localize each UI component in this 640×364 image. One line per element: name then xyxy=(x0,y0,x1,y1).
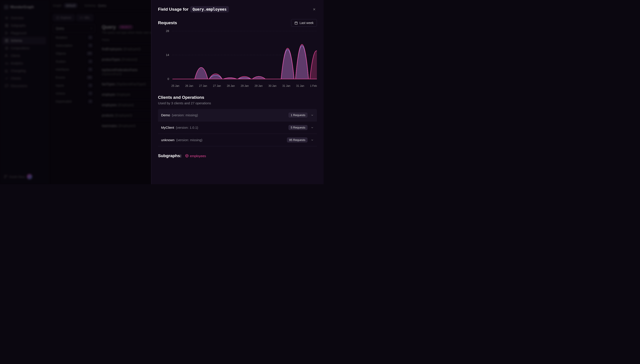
client-row[interactable]: MyClient (version: 1.0.1)5 Requests xyxy=(158,122,317,134)
y-tick-0: 0 xyxy=(158,77,169,80)
x-tick: 27 Jan xyxy=(199,84,207,88)
x-tick: 30 Jan xyxy=(269,84,276,88)
client-row[interactable]: Demo (version: missing)1 Requests xyxy=(158,109,317,122)
subgraphs-label: Subgraphs: xyxy=(158,153,181,158)
time-range-button[interactable]: Last week xyxy=(291,19,317,27)
x-tick: 26 Jan xyxy=(185,84,193,88)
calendar-icon xyxy=(294,21,298,25)
close-button[interactable] xyxy=(312,7,317,12)
y-tick-14: 14 xyxy=(158,53,169,56)
close-icon xyxy=(312,8,316,11)
chevron-down-icon xyxy=(311,138,314,142)
chart-series xyxy=(172,46,316,79)
requests-badge: 1 Requests xyxy=(288,112,308,118)
requests-heading: Requests xyxy=(158,20,177,25)
client-row[interactable]: unknown (version: missing)95 Requests xyxy=(158,134,317,146)
x-tick: 27 Jan xyxy=(213,84,221,88)
x-tick: 1 Feb xyxy=(310,84,317,88)
chevron-down-icon xyxy=(311,126,314,129)
requests-badge: 95 Requests xyxy=(287,138,308,142)
svg-rect-18 xyxy=(295,22,297,24)
clients-heading: Clients and Operations xyxy=(158,95,317,100)
field-path-chip: Query.employees xyxy=(190,6,229,12)
x-axis-labels: 25 Jan26 Jan27 Jan27 Jan28 Jan29 Jan29 J… xyxy=(171,84,317,88)
requests-badge: 5 Requests xyxy=(288,125,308,130)
panel-title: Field Usage for Query.employees xyxy=(158,6,229,12)
chart-svg xyxy=(158,30,317,88)
chevron-down-icon xyxy=(311,114,314,117)
cube-icon xyxy=(185,154,189,158)
x-tick: 25 Jan xyxy=(171,84,179,88)
x-tick: 31 Jan xyxy=(296,84,304,88)
requests-chart: 28 14 0 25 Jan26 Jan27 Jan27 Jan28 Jan29… xyxy=(158,30,317,88)
x-tick: 31 Jan xyxy=(282,84,290,88)
x-tick: 28 Jan xyxy=(227,84,235,88)
chart-series xyxy=(172,44,317,79)
field-usage-panel: Field Usage for Query.employees Requests… xyxy=(151,0,324,184)
y-tick-28: 28 xyxy=(158,29,169,33)
clients-summary: Used by 3 clients and 27 operations xyxy=(158,101,317,105)
x-tick: 29 Jan xyxy=(241,84,249,88)
subgraph-link[interactable]: employees xyxy=(185,154,206,158)
x-tick: 29 Jan xyxy=(255,84,263,88)
